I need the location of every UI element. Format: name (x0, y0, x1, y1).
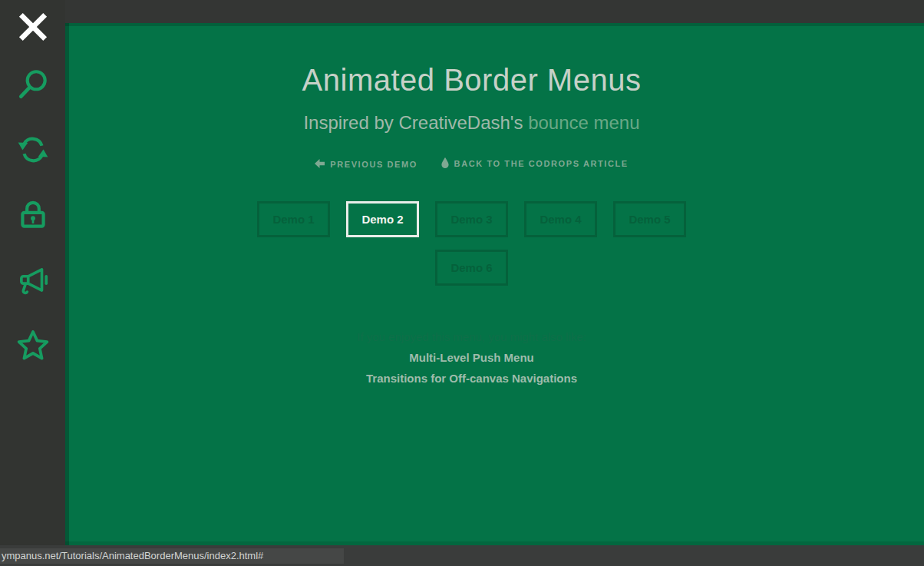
close-button[interactable] (15, 9, 51, 46)
star-icon (15, 327, 51, 366)
codrops-article-label: BACK TO THE CODROPS ARTICLE (454, 159, 629, 168)
arrow-left-icon (315, 159, 325, 170)
previous-demo-label: PREVIOUS DEMO (330, 160, 417, 169)
demo-5-button[interactable]: Demo 5 (613, 201, 686, 237)
close-icon (15, 9, 51, 47)
demo-row-1: Demo 1 Demo 2 Demo 3 Demo 4 Demo 5 (65, 201, 878, 237)
page-subtitle: Inspired by CreativeDash's bounce menu (65, 112, 878, 134)
codrops-article-link[interactable]: BACK TO THE CODROPS ARTICLE (441, 157, 629, 170)
refresh-icon (15, 132, 51, 170)
sidebar-menu (0, 0, 65, 566)
codrops-nav: PREVIOUS DEMO BACK TO THE CODROPS ARTICL… (65, 157, 878, 170)
bounce-menu-link[interactable]: bounce menu (528, 112, 639, 133)
announcement-button[interactable] (15, 263, 51, 300)
demo-4-button[interactable]: Demo 4 (524, 201, 597, 237)
browser-status-bar: ympanus.net/Tutorials/AnimatedBorderMenu… (0, 545, 924, 566)
megaphone-icon (15, 263, 51, 300)
demo-row-2: Demo 6 (65, 250, 878, 286)
related-link-offcanvas[interactable]: Transitions for Off-canvas Navigations (65, 372, 878, 385)
search-icon (15, 67, 51, 104)
lock-icon (15, 197, 51, 235)
demo-1-button[interactable]: Demo 1 (257, 201, 330, 237)
demo-3-button[interactable]: Demo 3 (435, 201, 508, 237)
drop-icon (441, 157, 449, 170)
search-button[interactable] (15, 67, 51, 104)
status-url: ympanus.net/Tutorials/AnimatedBorderMenu… (0, 548, 344, 564)
related-link-push-menu[interactable]: Multi-Level Push Menu (65, 351, 878, 364)
demo-page: Animated Border Menus Inspired by Creati… (65, 23, 924, 545)
favorites-button[interactable] (15, 328, 51, 365)
demo-switcher: Demo 1 Demo 2 Demo 3 Demo 4 Demo 5 Demo … (65, 201, 878, 286)
subtitle-text: Inspired by CreativeDash's (303, 112, 528, 133)
page-title: Animated Border Menus (65, 63, 878, 98)
demo-2-button[interactable]: Demo 2 (346, 201, 419, 237)
related-note: If you enjoyed this menu, you might also… (65, 330, 878, 343)
previous-demo-link[interactable]: PREVIOUS DEMO (315, 159, 417, 170)
refresh-button[interactable] (15, 132, 51, 169)
lock-button[interactable] (15, 197, 51, 234)
related-demos: If you enjoyed this menu, you might also… (65, 330, 878, 385)
demo-6-button[interactable]: Demo 6 (435, 250, 508, 286)
